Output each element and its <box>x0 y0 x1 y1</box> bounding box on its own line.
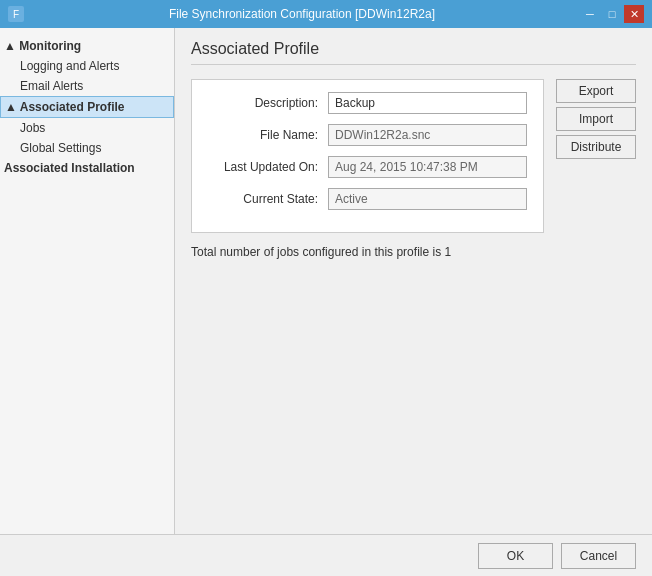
export-button[interactable]: Export <box>556 79 636 103</box>
current-state-label: Current State: <box>208 192 328 206</box>
minimize-button[interactable]: ─ <box>580 5 600 23</box>
content-area: Associated Profile Description: File Nam… <box>175 28 652 534</box>
last-updated-input[interactable] <box>328 156 527 178</box>
current-state-row: Current State: <box>208 188 527 210</box>
window-controls: ─ □ ✕ <box>580 5 644 23</box>
window-title: File Synchronization Configuration [DDWi… <box>24 7 580 21</box>
form-section: Description: File Name: Last Updated On:… <box>191 79 544 233</box>
last-updated-label: Last Updated On: <box>208 160 328 174</box>
page-title: Associated Profile <box>191 40 636 65</box>
distribute-button[interactable]: Distribute <box>556 135 636 159</box>
expand-icon: ▲ <box>4 39 19 53</box>
sidebar-item-associated-installation[interactable]: Associated Installation <box>0 158 174 178</box>
summary-text: Total number of jobs configured in this … <box>191 245 636 259</box>
sidebar-item-email-alerts[interactable]: Email Alerts <box>0 76 174 96</box>
profile-panel: Description: File Name: Last Updated On:… <box>191 79 636 233</box>
description-label: Description: <box>208 96 328 110</box>
current-state-input[interactable] <box>328 188 527 210</box>
sidebar-item-global-settings[interactable]: Global Settings <box>0 138 174 158</box>
main-container: ▲ Monitoring Logging and Alerts Email Al… <box>0 28 652 534</box>
title-bar: F File Synchronization Configuration [DD… <box>0 0 652 28</box>
sidebar-item-associated-profile[interactable]: ▲ Associated Profile <box>0 96 174 118</box>
import-button[interactable]: Import <box>556 107 636 131</box>
last-updated-row: Last Updated On: <box>208 156 527 178</box>
sidebar-item-monitoring[interactable]: ▲ Monitoring <box>0 36 174 56</box>
close-button[interactable]: ✕ <box>624 5 644 23</box>
app-icon: F <box>8 6 24 22</box>
cancel-button[interactable]: Cancel <box>561 543 636 569</box>
description-row: Description: <box>208 92 527 114</box>
ok-button[interactable]: OK <box>478 543 553 569</box>
sidebar: ▲ Monitoring Logging and Alerts Email Al… <box>0 28 175 534</box>
action-buttons: Export Import Distribute <box>556 79 636 233</box>
description-input[interactable] <box>328 92 527 114</box>
filename-row: File Name: <box>208 124 527 146</box>
footer: OK Cancel <box>0 534 652 576</box>
sidebar-item-logging-alerts[interactable]: Logging and Alerts <box>0 56 174 76</box>
expand-icon: ▲ <box>5 100 20 114</box>
maximize-button[interactable]: □ <box>602 5 622 23</box>
filename-label: File Name: <box>208 128 328 142</box>
sidebar-item-jobs[interactable]: Jobs <box>0 118 174 138</box>
filename-input[interactable] <box>328 124 527 146</box>
